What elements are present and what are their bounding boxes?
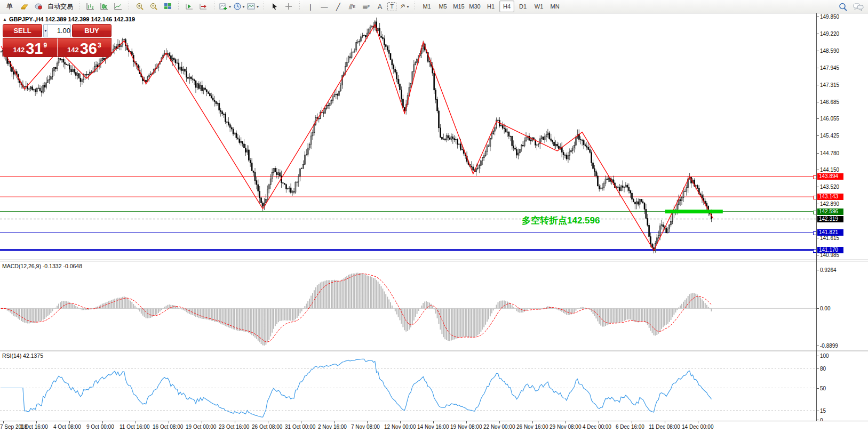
timeframe-button-h1[interactable]: H1 — [483, 1, 498, 12]
time-tick-mark — [301, 421, 301, 423]
timeframe-button-mn[interactable]: MN — [547, 1, 562, 12]
order-panel-icon[interactable] — [18, 1, 31, 12]
chevron-down-icon: ▾ — [257, 4, 259, 9]
macd-pane[interactable] — [0, 261, 816, 350]
timeframe-button-w1[interactable]: W1 — [531, 1, 546, 12]
time-axis[interactable]: 7 Sep 20181 Oct 16:004 Oct 08:009 Oct 00… — [0, 421, 868, 433]
time-axis-label: 26 Nov 16:00 — [516, 424, 548, 430]
pane-separator — [0, 421, 868, 421]
axis-tick-mark — [817, 17, 819, 17]
rsi-label: RSI(14) 42.1375 — [2, 352, 43, 359]
axis-tick-mark — [817, 411, 819, 411]
axis-tick-label: 149.850 — [820, 14, 839, 20]
time-tick-mark — [466, 421, 467, 423]
time-axis-label: 19 Oct 00:00 — [186, 424, 216, 430]
pivot-annotation: 多空转折点142.596 — [522, 214, 600, 227]
buy-price-pip: 3 — [98, 42, 101, 49]
buy-price-display[interactable]: 142 36 3 — [58, 38, 112, 57]
time-axis-label: 14 Nov 16:00 — [417, 424, 449, 430]
chat-icon[interactable] — [853, 2, 864, 11]
axis-tick-label: 146.055 — [820, 116, 839, 122]
axis-tick-mark — [817, 270, 819, 270]
axis-tick-mark — [817, 170, 819, 170]
tile-windows-icon[interactable] — [161, 1, 174, 12]
chevron-down-icon: ▾ — [243, 4, 245, 9]
auto-trading-button[interactable]: 自动交易 — [46, 1, 75, 12]
axis-tick-mark — [817, 346, 819, 346]
bar-chart-icon[interactable] — [84, 1, 97, 12]
axis-tick-mark — [817, 308, 819, 309]
channel-tool-icon[interactable]: ⫻E — [346, 1, 359, 12]
sell-price-pip: 9 — [43, 42, 47, 49]
timeframe-button-m5[interactable]: M5 — [435, 1, 450, 12]
time-tick-mark — [599, 421, 599, 423]
vertical-line-tool-icon[interactable]: | — [304, 1, 317, 12]
rsi-pane[interactable] — [0, 351, 816, 421]
horizontal-line-tool-icon[interactable]: — — [318, 1, 331, 12]
time-tick-mark — [102, 421, 103, 423]
time-tick-mark — [698, 421, 698, 423]
timeframe-button-h4[interactable]: H4 — [499, 1, 514, 12]
axis-tick-label: 144.150 — [820, 167, 839, 173]
axis-tick-label: 148.590 — [820, 48, 839, 54]
price-chart[interactable] — [0, 13, 816, 260]
fibonacci-tool-icon[interactable]: ≣F — [360, 1, 372, 12]
pane-separator[interactable] — [0, 261, 868, 261]
timeframes-button[interactable]: ▾ — [233, 1, 245, 12]
volume-input[interactable] — [48, 25, 71, 37]
price-axis[interactable]: 149.850149.220148.590147.945147.315146.6… — [817, 13, 868, 421]
buy-price-big: 36 — [80, 42, 97, 55]
axis-tick-label: 147.315 — [820, 82, 839, 88]
axis-tick-mark — [817, 85, 819, 85]
expert-advisors-icon[interactable] — [32, 1, 45, 12]
time-tick-mark — [136, 421, 136, 423]
sell-price-prefix: 142 — [13, 46, 25, 54]
chart-shift-icon[interactable] — [197, 1, 210, 12]
time-tick-mark — [433, 421, 434, 423]
timeframe-button-m30[interactable]: M30 — [467, 1, 482, 12]
line-chart-icon[interactable] — [112, 1, 124, 12]
price-level-label: 143.894 — [817, 173, 843, 180]
auto-scroll-icon[interactable] — [183, 1, 196, 12]
timeframe-button-m15[interactable]: M15 — [451, 1, 466, 12]
time-axis-label: 9 Oct 00:00 — [86, 424, 114, 430]
pane-separator[interactable] — [0, 350, 868, 350]
buy-button[interactable]: BUY — [72, 24, 112, 37]
time-axis-label: 31 Oct 00:00 — [285, 424, 315, 430]
sell-price-display[interactable]: 142 31 9 — [3, 38, 58, 57]
arrows-tool-icon[interactable]: ▾ — [397, 1, 410, 12]
macd-label: MACD(12,26,9) -0.1332 -0.0648 — [2, 263, 82, 269]
candlestick-chart-icon[interactable] — [98, 1, 110, 12]
time-tick-mark — [334, 421, 335, 423]
axis-tick-mark — [817, 187, 819, 187]
collapse-panel-icon[interactable]: ▲ — [3, 17, 7, 22]
time-axis-label: 7 Nov 08:00 — [351, 424, 380, 430]
new-chart-button[interactable]: ▾ — [219, 1, 232, 12]
sell-button[interactable]: SELL — [3, 24, 42, 37]
zoom-in-icon[interactable] — [133, 1, 146, 12]
pane-separator[interactable] — [0, 260, 868, 260]
timeframe-group: M1M5M15M30H1H4D1W1MN — [417, 0, 564, 13]
axis-tick-mark — [817, 118, 819, 119]
volume-decrease-button[interactable]: ▼ — [44, 25, 48, 37]
label-tool-icon[interactable]: T — [387, 2, 396, 11]
time-axis-label: 16 Oct 08:00 — [153, 424, 183, 430]
zoom-out-icon[interactable] — [147, 1, 160, 12]
cursor-icon[interactable] — [268, 1, 281, 12]
time-axis-label: 4 Dec 00:00 — [583, 424, 611, 430]
timeframe-button-m1[interactable]: M1 — [419, 1, 434, 12]
axis-tick-mark — [817, 204, 819, 204]
sell-price-big: 31 — [26, 42, 43, 55]
new-order-button[interactable]: 单 — [2, 1, 17, 12]
macd-axis-label: 0.9264 — [820, 267, 837, 273]
trendline-tool-icon[interactable]: ╱ — [332, 1, 345, 12]
axis-tick-mark — [817, 102, 819, 102]
crosshair-icon[interactable] — [282, 1, 295, 12]
indicators-button[interactable]: ▾ — [246, 1, 259, 12]
axis-tick-mark — [817, 153, 819, 154]
timeframe-button-d1[interactable]: D1 — [515, 1, 530, 12]
search-icon[interactable] — [839, 2, 848, 11]
toolbar-separator — [78, 2, 81, 11]
text-tool-icon[interactable]: A — [373, 1, 386, 12]
axis-tick-label: 143.520 — [820, 184, 839, 190]
